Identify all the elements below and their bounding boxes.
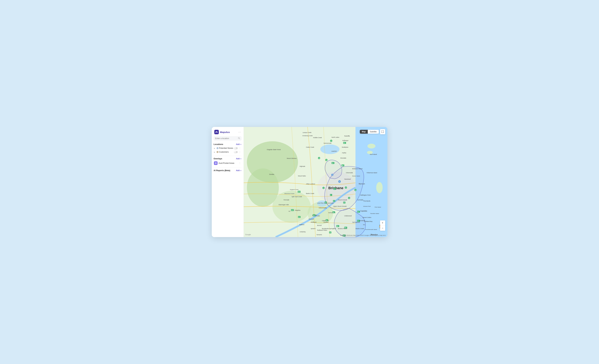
location-dot-blue (217, 147, 219, 149)
svg-text:40: 40 (326, 160, 327, 161)
svg-text:Kobble Creek: Kobble Creek (313, 137, 322, 139)
overlay-item-postal-areas[interactable]: Aust:Postal Areas ⋮ (214, 161, 242, 166)
overlays-add-button[interactable]: Add + (236, 157, 241, 160)
svg-text:A2: A2 (298, 217, 300, 218)
app-name: Mapulus (220, 131, 230, 133)
sidebar: Mapulus ⋯ Locations Add + (212, 127, 244, 237)
overlays-section: Overlays Add + Aust:Postal Areas ⋮ (212, 157, 244, 166)
svg-text:Cedar Creek: Cedar Creek (306, 146, 314, 148)
overlay-icon-postal (214, 161, 218, 165)
svg-text:Samsonvale: Samsonvale (324, 142, 332, 144)
toggle-customers[interactable] (234, 151, 238, 153)
svg-text:Jollys Lookout: Jollys Lookout (306, 183, 315, 185)
svg-text:England Creek: England Creek (290, 189, 299, 190)
location-menu-icon-potential-stores[interactable]: ⋮ (238, 147, 241, 149)
locations-add-button[interactable]: Add + (236, 143, 241, 146)
svg-text:Amberley: Amberley (300, 231, 306, 233)
svg-text:Coochiemudlo Island: Coochiemudlo Island (365, 229, 377, 230)
ai-reports-section: AI Reports (Beta) Add + (212, 169, 244, 173)
svg-rect-3 (215, 162, 216, 163)
location-name-potential-stores: Potential Stores (219, 147, 233, 149)
svg-text:Brendale: Brendale (340, 157, 346, 159)
svg-text:A7: A7 (325, 202, 326, 203)
location-actions-customers: ⋮ (234, 151, 241, 153)
svg-text:Yamanto: Yamanto (316, 234, 322, 235)
svg-text:Redland Bay: Redland Bay (364, 221, 373, 222)
svg-text:Indooroopilly: Indooroopilly (319, 207, 327, 209)
svg-text:Chermside: Chermside (346, 172, 353, 173)
map-attribution: Keyboard shortcuts Map Data ©2023 Google… (340, 234, 386, 236)
expand-arrow-icon-customers: ▶ (214, 151, 216, 153)
svg-text:Fisherman Island: Fisherman Island (367, 172, 377, 173)
ai-reports-add-button[interactable]: Add + (236, 169, 241, 172)
svg-text:M7: M7 (333, 212, 335, 213)
search-bar[interactable] (214, 136, 242, 141)
svg-text:13: 13 (334, 188, 335, 190)
svg-text:Newstead: Newstead (344, 178, 351, 180)
svg-text:Capalaba: Capalaba (360, 210, 367, 212)
overlays-add-plus-icon: + (240, 157, 242, 160)
app-container: Mapulus ⋯ Locations Add + (212, 127, 388, 237)
svg-text:54: 54 (357, 211, 359, 212)
svg-text:Mount Cotton: Mount Cotton (363, 217, 371, 218)
svg-text:31: 31 (323, 188, 324, 189)
svg-text:Pannikin Island: Pannikin Island (370, 213, 379, 214)
sidebar-menu-icon[interactable]: ⋯ (238, 130, 241, 134)
svg-text:M4: M4 (345, 227, 346, 228)
svg-text:M1: M1 (344, 142, 345, 144)
locations-section: Locations Add + ▶ Potential Stores ⋮ ▶ (212, 143, 244, 155)
svg-text:20: 20 (333, 200, 335, 202)
location-item-potential-stores[interactable]: ▶ Potential Stores ⋮ (214, 146, 242, 150)
svg-text:Aspley: Aspley (342, 152, 346, 154)
svg-text:Highvale: Highvale (300, 165, 305, 167)
map-zoom-controls: + − (380, 220, 385, 231)
svg-text:Fernvale: Fernvale (284, 199, 289, 201)
svg-text:2: 2 (330, 194, 331, 196)
search-icon (238, 137, 240, 140)
svg-text:M3: M3 (342, 165, 343, 166)
map-area[interactable]: Brisbane Wynnum Wellington Point Capalab… (244, 127, 388, 237)
svg-point-17 (368, 144, 375, 148)
map-type-map-button[interactable]: Map (360, 130, 368, 134)
svg-text:A3: A3 (332, 163, 333, 164)
location-item-customers[interactable]: ▶ Customers ⋮ (214, 150, 242, 154)
svg-text:Mount Gravatt: Mount Gravatt (338, 199, 347, 201)
map-type-switcher: Map Satellite (360, 130, 379, 134)
svg-text:M2: M2 (326, 220, 327, 221)
ai-reports-title: AI Reports (Beta) (214, 169, 230, 172)
overlays-title: Overlays (214, 157, 222, 160)
expand-arrow-icon: ▶ (214, 147, 216, 149)
overlays-section-header: Overlays Add + (214, 157, 242, 160)
svg-text:Bundamba: Bundamba (322, 228, 329, 229)
svg-text:Laceys Creek: Laceys Creek (303, 132, 312, 133)
svg-text:Mud Island: Mud Island (370, 154, 377, 155)
svg-rect-4 (216, 162, 217, 163)
svg-text:Victoria Point: Victoria Point (363, 206, 371, 207)
svg-text:North Lakes: North Lakes (332, 137, 339, 138)
svg-text:Mount Glorious: Mount Glorious (287, 157, 297, 159)
overlay-menu-icon[interactable]: ⋮ (238, 162, 241, 165)
svg-text:Wivenhoe Pocket: Wivenhoe Pocket (284, 193, 294, 194)
svg-text:A17: A17 (298, 191, 300, 192)
svg-point-13 (320, 145, 340, 154)
sidebar-logo: Mapulus (214, 130, 230, 134)
toggle-potential-stores[interactable] (234, 147, 238, 149)
map-fullscreen-button[interactable] (380, 129, 385, 134)
svg-rect-5 (215, 163, 216, 164)
svg-text:Mount Nebo: Mount Nebo (298, 175, 306, 177)
map-type-satellite-button[interactable]: Satellite (368, 130, 379, 134)
divider-2 (214, 168, 242, 168)
logo-icon (214, 130, 219, 134)
locations-title: Locations (214, 143, 223, 146)
ai-reports-add-plus-icon: + (240, 169, 242, 172)
search-input[interactable] (215, 137, 237, 139)
svg-text:22: 22 (349, 198, 350, 199)
svg-point-18 (376, 182, 383, 193)
zoom-in-button[interactable]: + (380, 220, 385, 225)
zoom-out-button[interactable]: − (380, 225, 385, 231)
svg-text:45: 45 (357, 220, 359, 221)
location-name-customers: Customers (219, 151, 233, 153)
svg-text:Redbank Plains: Redbank Plains (317, 229, 327, 231)
location-menu-icon-customers[interactable]: ⋮ (238, 151, 241, 153)
sidebar-header: Mapulus ⋯ (212, 127, 244, 136)
